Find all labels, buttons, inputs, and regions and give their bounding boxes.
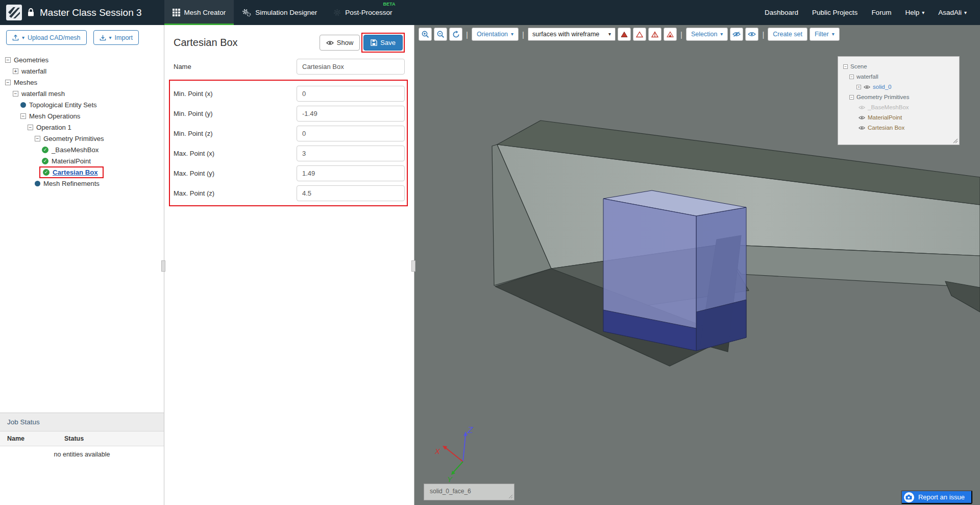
triangle-filled-icon	[621, 31, 628, 38]
cartesian-box-primitive[interactable]	[603, 190, 746, 351]
tree-item-geometries[interactable]: − Geometries	[5, 54, 164, 65]
entity-dot-icon	[35, 181, 40, 186]
normals-mode-2-button[interactable]	[633, 28, 646, 41]
tab-label: Mesh Creator	[184, 9, 226, 16]
nav-forum[interactable]: Forum	[871, 9, 891, 16]
collapse-icon[interactable]: −	[849, 95, 854, 100]
tree-item-geometry-primitives[interactable]: − Geometry Primitives	[5, 133, 164, 144]
orientation-dropdown[interactable]: Orientation ▾	[472, 28, 519, 41]
save-button-label: Save	[380, 39, 396, 46]
tab-mesh-creator[interactable]: Mesh Creator	[164, 0, 234, 25]
app-logo-icon	[6, 5, 22, 20]
top-navbar: Master Class Session 3 Mesh Creator Sim	[0, 0, 980, 25]
name-input[interactable]	[297, 59, 405, 75]
max-point-y-input[interactable]	[297, 165, 405, 181]
tree-item-cartesian-box[interactable]: ✓ Cartesian Box	[5, 166, 164, 178]
collapse-icon[interactable]: −	[843, 64, 848, 69]
scene-item-basemeshbox[interactable]: _BaseMeshBox	[842, 102, 955, 112]
max-point-z-input[interactable]	[297, 185, 405, 201]
chevron-down-icon: ▾	[832, 32, 835, 37]
nav-user-menu[interactable]: AsadAli▾	[938, 9, 967, 16]
panel-resize-handle[interactable]	[411, 260, 415, 272]
collapse-icon[interactable]: −	[35, 136, 40, 141]
tree-item-operation-1[interactable]: − Operation 1	[5, 122, 164, 133]
render-mode-select[interactable]: surfaces with wireframe ▾	[528, 28, 616, 41]
scene-item-solid-0[interactable]: + solid_0	[842, 82, 955, 92]
eye-icon[interactable]	[859, 115, 865, 120]
create-set-button[interactable]: Create set	[768, 28, 807, 41]
render-mode-value: surfaces with wireframe	[532, 31, 599, 38]
nav-dashboard[interactable]: Dashboard	[765, 9, 798, 16]
scene-item-geometry-primitives[interactable]: − Geometry Primitives	[842, 92, 955, 102]
zoom-out-button[interactable]	[434, 28, 447, 41]
tree-item-waterfall-mesh[interactable]: − waterfall mesh	[5, 88, 164, 99]
show-button[interactable]: Show	[320, 35, 360, 51]
eye-icon[interactable]	[864, 85, 870, 89]
min-point-z-input[interactable]	[297, 126, 405, 141]
tree-item-topological-entity-sets[interactable]: Topological Entity Sets	[5, 99, 164, 110]
expand-icon[interactable]: +	[856, 85, 861, 89]
zoom-in-button[interactable]	[419, 28, 432, 41]
tab-simulation-designer[interactable]: Simulation Designer	[234, 0, 325, 25]
triangle-split-icon	[651, 31, 658, 38]
collapse-icon[interactable]: −	[849, 75, 854, 79]
normals-mode-3-button[interactable]	[648, 28, 662, 41]
tree-item-materialpoint[interactable]: ✓ MaterialPoint	[5, 155, 164, 166]
sidebar-actions: ▾ Upload CAD/mesh ▾ Import	[0, 25, 164, 50]
nav-public-projects[interactable]: Public Projects	[812, 9, 857, 16]
filter-label: Filter	[815, 31, 829, 38]
tree-item-basemeshbox[interactable]: ✓ _BaseMeshBox	[5, 144, 164, 155]
panel-resize-grip[interactable]	[952, 138, 958, 143]
upload-icon	[12, 34, 19, 41]
selection-dropdown[interactable]: Selection ▾	[686, 28, 728, 41]
scene-item-label: waterfall	[856, 74, 878, 80]
collapse-icon[interactable]: −	[5, 80, 11, 85]
hide-selected-button[interactable]	[730, 28, 743, 41]
collapse-icon[interactable]: −	[13, 91, 18, 97]
report-issue-button[interactable]: Report an issue	[901, 490, 972, 504]
scene-item-scene[interactable]: − Scene	[842, 61, 955, 71]
check-icon: ✓	[42, 147, 48, 153]
eye-slash-icon	[732, 32, 741, 37]
min-point-y-label: Min. Point (y)	[174, 110, 297, 117]
normals-mode-1-button[interactable]	[618, 28, 631, 41]
import-button[interactable]: ▾ Import	[93, 30, 139, 45]
camera-icon	[904, 492, 914, 502]
triangle-inner-icon	[667, 31, 674, 38]
eye-icon[interactable]	[859, 126, 865, 130]
tree-item-mesh-refinements[interactable]: Mesh Refinements	[5, 178, 164, 189]
sidebar-resize-handle[interactable]	[161, 260, 165, 272]
scene-item-materialpoint[interactable]: MaterialPoint	[842, 112, 955, 123]
collapse-icon[interactable]: −	[20, 113, 26, 119]
tree-item-meshes[interactable]: − Meshes	[5, 77, 164, 88]
reset-view-button[interactable]	[449, 28, 462, 41]
3d-viewport[interactable]: Z X Y |	[414, 25, 980, 505]
filter-dropdown[interactable]: Filter ▾	[810, 28, 840, 41]
tree-item-mesh-operations[interactable]: − Mesh Operations	[5, 110, 164, 122]
save-button[interactable]: Save	[363, 35, 403, 51]
min-point-x-input[interactable]	[297, 86, 405, 102]
scene-item-label: Geometry Primitives	[856, 94, 910, 100]
scene-item-cartesian-box[interactable]: Cartesian Box	[842, 123, 955, 133]
collapse-icon[interactable]: −	[5, 57, 11, 63]
resize-grip-icon	[508, 494, 513, 499]
max-point-x-input[interactable]	[297, 146, 405, 161]
tab-post-processor[interactable]: BETA Post-Processor	[325, 0, 400, 25]
nav-link-label: Forum	[871, 9, 891, 16]
nav-help-menu[interactable]: Help▾	[905, 9, 924, 16]
scene-item-waterfall[interactable]: − waterfall	[842, 71, 955, 82]
show-all-button[interactable]	[745, 28, 758, 41]
expand-icon[interactable]: +	[13, 68, 18, 74]
toolbar-separator: |	[522, 30, 524, 39]
min-point-y-input[interactable]	[297, 106, 405, 122]
collapse-icon[interactable]: −	[28, 125, 33, 130]
axis-z-label: Z	[467, 425, 473, 435]
eye-icon[interactable]	[859, 105, 865, 110]
normals-mode-4-button[interactable]	[664, 28, 677, 41]
upload-cad-mesh-button[interactable]: ▾ Upload CAD/mesh	[6, 30, 87, 45]
tree-item-label: Topological Entity Sets	[29, 101, 97, 109]
nav-link-label: AsadAli	[938, 9, 962, 16]
chevron-down-icon: ▾	[22, 35, 24, 40]
tree-item-waterfall[interactable]: + waterfall	[5, 65, 164, 77]
annotation-red-box: Save	[361, 33, 405, 53]
